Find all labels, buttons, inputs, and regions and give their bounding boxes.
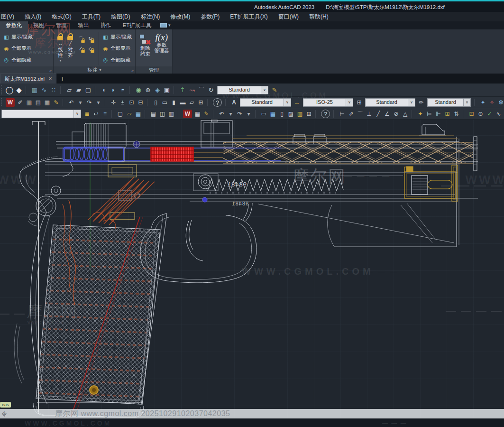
ribbon-tab-output[interactable]: 输出 (73, 21, 95, 29)
dim-aligned-icon[interactable]: ⇗ (347, 110, 356, 118)
layer-properties-icon[interactable]: ≡ (101, 110, 110, 118)
quick-dim-icon[interactable]: ✦ (416, 110, 425, 118)
help-icon[interactable]: ? (321, 110, 330, 118)
markup-manager-icon[interactable]: ▱ (187, 98, 196, 107)
convert-constraint-button[interactable]: ◇ (86, 44, 95, 53)
paste-clip-icon[interactable]: ▤ (34, 98, 43, 107)
tool-palettes-icon[interactable]: ▮ (169, 98, 178, 107)
close-icon[interactable]: × (48, 75, 52, 82)
toolbar-grip-handle[interactable] (1, 98, 3, 106)
open-file-icon[interactable]: ▱ (125, 110, 134, 118)
ribbon-tab-collaborate[interactable]: 协作 (95, 21, 117, 29)
toolbar-grip-handle[interactable] (1, 85, 3, 94)
combo-caret-icon[interactable]: ∨ (408, 99, 415, 106)
layer-state-restore-icon[interactable]: ✧ (487, 98, 496, 107)
base-view-icon[interactable]: ▰ (74, 85, 83, 95)
undo-caret-icon[interactable]: ▾ (226, 110, 235, 118)
copy-object-icon[interactable]: ▱ (64, 85, 74, 95)
region-icon[interactable]: ▢ (83, 85, 93, 95)
designcenter-icon[interactable]: ▭ (160, 98, 169, 107)
pan-icon[interactable]: ✛ (109, 98, 118, 107)
model-space-canvas[interactable]: 98481 98481 WWW. 摩尔网 — — — — WWW WWW.CGM… (0, 120, 504, 427)
dim-baseline-icon[interactable]: ⊨ (425, 110, 434, 118)
ribbon-tab-et-tools[interactable]: ET扩展工具 (117, 21, 157, 29)
current-style-combo[interactable]: Standard ∨ (217, 86, 268, 94)
redo-caret-icon[interactable]: ▾ (94, 98, 103, 107)
file-tab-active[interactable]: 斯太尔M1912.dxf × (0, 74, 56, 84)
dim-radius-icon[interactable]: ╱ (374, 110, 383, 118)
save-file-icon[interactable]: ▦ (134, 110, 143, 118)
ribbon-display-options-button[interactable]: ▾ (160, 23, 171, 28)
layer-isolate-icon[interactable]: ❆ (496, 98, 504, 107)
dim-linear-icon[interactable]: ⊢ (338, 110, 347, 118)
dyn-hide-all-button[interactable]: ◎ 全部隐藏 (101, 56, 133, 64)
text-style-combo[interactable]: Standard ∨ (240, 98, 291, 107)
fly-icon[interactable]: ↝ (187, 85, 197, 95)
help-icon[interactable]: ? (213, 98, 222, 107)
redo-icon[interactable]: ↷ (235, 110, 244, 118)
ribbon-tab-manage[interactable]: 管理 (50, 21, 73, 29)
diameter-constraint-button[interactable]: ↻ (86, 34, 95, 43)
save-markup-icon[interactable]: ▦ (43, 98, 52, 107)
free-orbit-icon[interactable]: ↻ (206, 85, 216, 95)
undo-caret-icon[interactable]: ▾ (76, 98, 85, 107)
menu-item-6[interactable]: 修改(M) (165, 13, 195, 21)
markup-icon[interactable]: ✐ (16, 98, 25, 107)
dyn-show-all-button[interactable]: ◉ 全部显示 (101, 45, 133, 52)
angular-constraint-button[interactable]: ∠ (77, 44, 85, 53)
markup-edit-icon[interactable]: ✎ (202, 110, 211, 118)
dim-update-icon[interactable]: ⇅ (452, 110, 461, 118)
tolerance-icon[interactable]: ⊞ (443, 110, 452, 118)
panel-launcher-icon[interactable]: » (49, 68, 52, 73)
animation-path-icon[interactable]: ⌒ (197, 85, 206, 95)
subtract-icon[interactable]: ◗ (109, 85, 118, 95)
nav-sphere-icon[interactable]: ◉ (134, 85, 143, 95)
dim-diameter-icon[interactable]: ⊘ (392, 110, 401, 118)
zoom-previous-icon[interactable]: ⊟ (136, 98, 145, 107)
properties-icon[interactable]: ▭ (259, 110, 268, 118)
menu-item-7[interactable]: 参数(P) (195, 13, 225, 21)
quick-calc-icon[interactable]: ⊞ (196, 98, 205, 107)
visual-style-donut-icon[interactable]: ◯ (5, 85, 14, 95)
copy-clip-icon[interactable]: ▥ (25, 98, 34, 107)
sheetset-icon[interactable]: ▯ (277, 110, 286, 118)
dim-jog-icon[interactable]: ∿ (494, 110, 503, 118)
menu-item-0[interactable]: 图(V) (0, 13, 19, 21)
union-icon[interactable]: ◖ (99, 85, 109, 95)
redo-caret-icon[interactable]: ▾ (244, 110, 253, 118)
geo-show-all-button[interactable]: ◉ 全部显示 (2, 45, 51, 52)
publish-dwf-icon[interactable]: W (6, 98, 15, 107)
text-style-icon[interactable]: A (229, 98, 238, 107)
redo-icon[interactable]: ↷ (85, 98, 94, 107)
table-style-icon[interactable]: ⊞ (355, 98, 364, 107)
combo-caret-icon[interactable]: ∨ (261, 86, 268, 94)
edit-markup-icon[interactable]: ✎ (52, 98, 61, 107)
layer-comb[interactable]: ∨ (1, 110, 81, 118)
properties-palette-icon[interactable]: ▯ (151, 98, 160, 107)
new-tab-button[interactable]: + (56, 74, 68, 84)
dim-style-icon[interactable]: ↔ (293, 98, 302, 107)
radius-constraint-button[interactable]: ⌒ (77, 34, 85, 43)
layer-translate-icon[interactable]: ▥ (295, 110, 304, 118)
undo-icon[interactable]: ↶ (67, 98, 76, 107)
panel-launcher-icon[interactable]: » (131, 68, 134, 73)
dim-style-combo[interactable]: ISO-25 ∨ (303, 98, 353, 107)
plot-icon[interactable]: ▤ (149, 110, 158, 118)
intersect-icon[interactable]: ◓ (118, 85, 128, 95)
match-properties-icon[interactable]: ✏ (417, 98, 426, 107)
dim-ordinate-icon[interactable]: ⊥ (365, 110, 374, 118)
menu-item-4[interactable]: 绘图(D) (106, 13, 136, 21)
geo-hide-all-button[interactable]: ◎ 全部隐藏 (2, 56, 51, 64)
dim-angular-3p-icon[interactable]: △ (401, 110, 410, 118)
combo-caret-icon[interactable]: ∨ (463, 99, 470, 106)
panel-dimensional-footer[interactable]: 标注 ▾ » (54, 66, 135, 74)
palette-grid-icon[interactable]: ▦ (268, 110, 277, 118)
dwf-icon[interactable]: W (183, 110, 192, 118)
menu-item-1[interactable]: 插入(I) (19, 13, 46, 21)
ribbon-tab-view[interactable]: 视图 (28, 21, 50, 29)
show-motion-icon[interactable]: ▣ (162, 85, 172, 95)
menu-item-5[interactable]: 标注(N) (136, 13, 165, 21)
steering-wheel-icon[interactable]: ◈ (153, 85, 162, 95)
plot-preview-icon[interactable]: ◫ (158, 110, 167, 118)
delete-constraints-button[interactable]: ✖ 删除 约束 (137, 31, 153, 66)
